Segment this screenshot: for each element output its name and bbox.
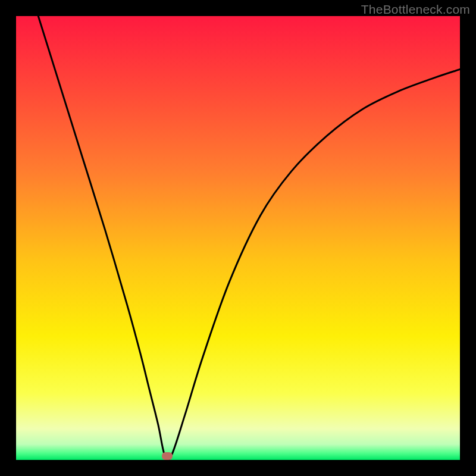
chart-frame	[16, 16, 460, 460]
optimum-marker	[162, 452, 173, 460]
watermark-text: TheBottleneck.com	[361, 2, 470, 17]
bottleneck-curve	[16, 16, 460, 460]
